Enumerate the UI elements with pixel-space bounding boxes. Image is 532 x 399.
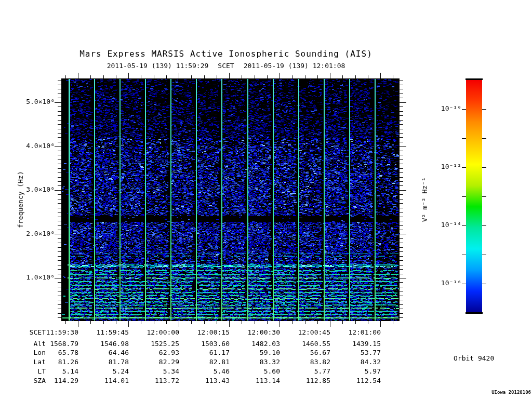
ephemeris-value: 1460.55 bbox=[273, 340, 330, 348]
ephemeris-value: 5.60 bbox=[223, 368, 280, 375]
orbit-label: Orbit 9420 bbox=[454, 355, 494, 362]
ephemeris-value: 12:00:45 bbox=[273, 329, 330, 336]
colorbar-tick-label: 10⁻¹² bbox=[416, 163, 461, 170]
ephemeris-value: 83.32 bbox=[223, 358, 280, 366]
ephemeris-value: 81.26 bbox=[21, 358, 78, 366]
ephemeris-value: 113.14 bbox=[223, 377, 280, 384]
ephemeris-value: 5.97 bbox=[324, 368, 381, 375]
ephemeris-value: 12:00:00 bbox=[122, 329, 179, 336]
ephemeris-value: 1546.98 bbox=[72, 340, 129, 348]
subtitle-start-time: 2011-05-19 (139) 11:59:29 bbox=[107, 62, 209, 70]
ephemeris-value: 11:59:45 bbox=[72, 329, 129, 336]
ephemeris-value: 83.82 bbox=[273, 358, 330, 366]
ephemeris-value: 114.29 bbox=[21, 377, 78, 384]
colorbar-tick-label: 10⁻¹⁶ bbox=[416, 280, 461, 287]
ephemeris-value: 84.32 bbox=[324, 358, 381, 366]
ephemeris-value: 82.29 bbox=[122, 358, 179, 366]
ephemeris-value: 11:59:30 bbox=[21, 329, 78, 336]
subtitle-scet-label: SCET bbox=[218, 62, 234, 70]
ephemeris-value: 64.46 bbox=[72, 349, 129, 356]
ephemeris-value: 112.54 bbox=[324, 377, 381, 384]
ephemeris-value: 61.17 bbox=[172, 349, 230, 356]
ephemeris-value: 5.14 bbox=[21, 368, 78, 375]
frequency-tick-label: 4.0×10⁶ bbox=[11, 142, 55, 150]
ephemeris-value: 5.46 bbox=[172, 368, 230, 375]
subtitle: 2011-05-19 (139) 11:59:29 SCET 2011-05-1… bbox=[44, 62, 408, 70]
ephemeris-value: 59.10 bbox=[223, 349, 280, 356]
ephemeris-value: 5.77 bbox=[273, 368, 330, 375]
ephemeris-value: 113.43 bbox=[172, 377, 230, 384]
plot-title: Mars Express MARSIS Active Ionospheric S… bbox=[44, 49, 408, 59]
colorbar-tick-label: 10⁻¹⁴ bbox=[416, 221, 461, 229]
ephemeris-value: 5.24 bbox=[72, 368, 129, 375]
colorbar-tick-label: 10⁻¹⁰ bbox=[416, 105, 461, 112]
ephemeris-value: 53.77 bbox=[324, 349, 381, 356]
ephemeris-value: 1439.15 bbox=[324, 340, 381, 348]
ephemeris-value: 1568.79 bbox=[21, 340, 78, 348]
ephemeris-value: 114.01 bbox=[72, 377, 129, 384]
ephemeris-value: 56.67 bbox=[273, 349, 330, 356]
ephemeris-value: 1482.03 bbox=[223, 340, 280, 348]
ephemeris-value: 65.78 bbox=[21, 349, 78, 356]
ephemeris-value: 1503.60 bbox=[172, 340, 230, 348]
frequency-tick-label: 3.0×10⁶ bbox=[11, 186, 55, 193]
spectrogram-canvas bbox=[0, 0, 532, 399]
ephemeris-value: 12:00:30 bbox=[223, 329, 280, 336]
ephemeris-value: 113.72 bbox=[122, 377, 179, 384]
credit-label: UIowa 20120106 bbox=[478, 390, 531, 395]
ephemeris-value: 1525.25 bbox=[122, 340, 179, 348]
frequency-tick-label: 1.0×10⁶ bbox=[11, 274, 55, 281]
ephemeris-value: 12:00:15 bbox=[172, 329, 230, 336]
ephemeris-value: 82.81 bbox=[172, 358, 230, 366]
ephemeris-value: 12:01:00 bbox=[324, 329, 381, 336]
ephemeris-value: 5.34 bbox=[122, 368, 179, 375]
subtitle-end-time: 2011-05-19 (139) 12:01:08 bbox=[244, 62, 345, 70]
ephemeris-value: 112.85 bbox=[273, 377, 330, 384]
ephemeris-value: 62.93 bbox=[122, 349, 179, 356]
frequency-tick-label: 2.0×10⁶ bbox=[11, 230, 55, 237]
ais-spectrogram-page: Mars Express MARSIS Active Ionospheric S… bbox=[0, 0, 532, 399]
ephemeris-value: 81.78 bbox=[72, 358, 129, 366]
frequency-tick-label: 5.0×10⁶ bbox=[11, 98, 55, 105]
